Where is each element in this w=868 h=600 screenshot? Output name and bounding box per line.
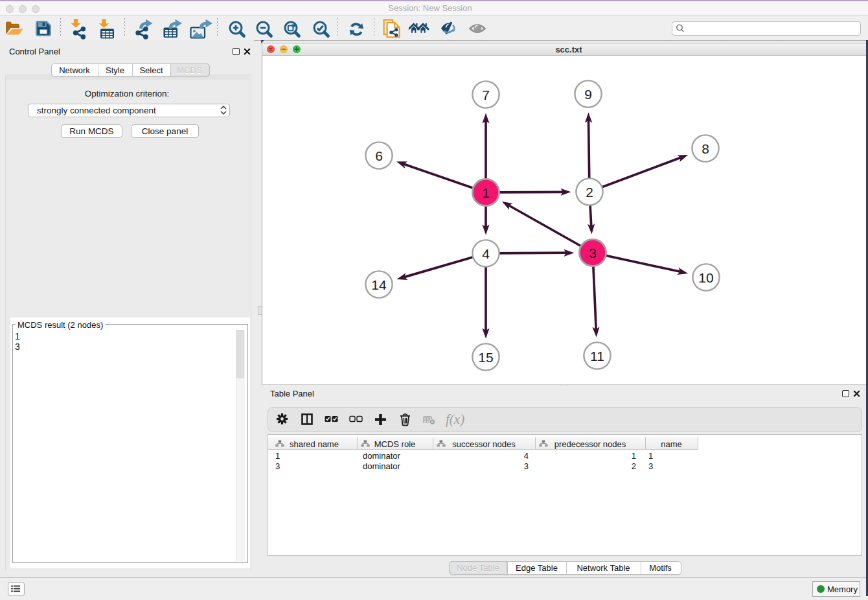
- svg-text:14: 14: [371, 277, 387, 292]
- svg-text:9: 9: [584, 87, 592, 102]
- svg-text:2: 2: [586, 185, 593, 200]
- svg-text:6: 6: [375, 148, 383, 163]
- svg-text:11: 11: [590, 349, 604, 363]
- svg-text:1: 1: [482, 185, 490, 200]
- svg-text:4: 4: [482, 246, 490, 261]
- svg-text:3: 3: [589, 246, 597, 260]
- svg-text:15: 15: [478, 350, 493, 365]
- svg-text:10: 10: [698, 270, 713, 285]
- svg-text:8: 8: [702, 141, 709, 156]
- svg-text:7: 7: [482, 87, 490, 102]
